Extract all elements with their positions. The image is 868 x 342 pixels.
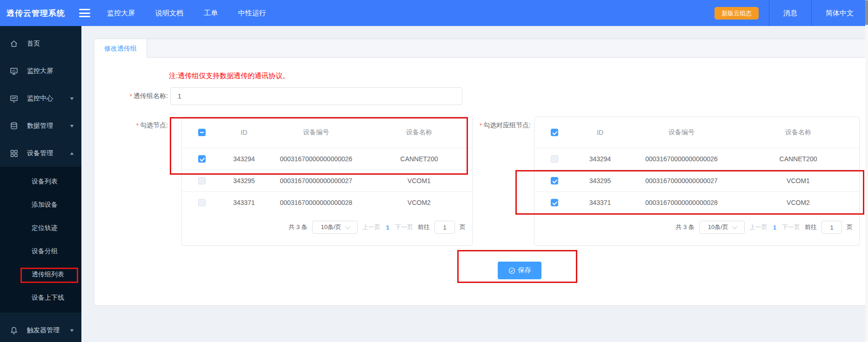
sidebar-item-device-manage[interactable]: 设备管理 ▲	[0, 139, 81, 167]
content-card: 修改透传组 注:透传组仅支持数据透传的通讯协议。 * 透传组名称: * 勾选节点…	[94, 39, 866, 306]
cell-id: 343371	[574, 199, 626, 206]
sidebar-item-trigger-manage[interactable]: 触发器管理 ▼	[0, 316, 81, 342]
nav-docs[interactable]: 说明文档	[155, 9, 183, 18]
chevron-down-icon: ▼	[69, 96, 74, 101]
cell-name: VCOM2	[737, 199, 859, 206]
table-row: 343295 00031670000000000027 VCOM1	[182, 170, 472, 191]
row-checkbox[interactable]	[551, 199, 558, 206]
scrollbar[interactable]	[865, 0, 868, 342]
pagination-total: 共 3 条	[288, 223, 307, 231]
menu-collapse-icon[interactable]	[79, 9, 90, 17]
sidebar-item-label: 首页	[27, 39, 40, 48]
table-header-row: ID 设备编号 设备名称	[182, 117, 472, 148]
cell-code: 00031670000000000028	[266, 199, 366, 206]
database-icon	[9, 121, 18, 130]
nav-neutral-run[interactable]: 中性运行	[238, 9, 266, 18]
pagination: 共 3 条 10条/页 上一页 1 下一页 前往 页	[182, 221, 472, 234]
col-header-code: 设备编号	[266, 128, 366, 137]
col-header-id: ID	[222, 129, 266, 136]
sidebar-item-label: 设备管理	[27, 149, 53, 158]
row-checkbox[interactable]	[551, 155, 558, 163]
sidebar-item-monitor-screen[interactable]: 监控大屏	[0, 57, 81, 85]
sidebar-subitem-add-device[interactable]: 添加设备	[0, 193, 81, 216]
top-navigation: 监控大屏 说明文档 工单 中性运行	[107, 9, 266, 18]
select-nodes-label: * 勾选节点:	[94, 121, 168, 130]
cell-name: CANNET200	[366, 155, 472, 163]
new-version-scada-button[interactable]: 新版云组态	[714, 7, 759, 20]
select-all-checkbox[interactable]	[198, 129, 206, 136]
page-number[interactable]: 1	[772, 224, 777, 231]
chevron-down-icon: ▼	[69, 124, 74, 128]
language-switcher[interactable]: 简体中文	[811, 0, 868, 26]
cell-id: 343295	[222, 177, 266, 184]
row-checkbox[interactable]	[198, 177, 206, 184]
required-mark: *	[130, 92, 132, 100]
sidebar-subitem-device-group[interactable]: 设备分组	[0, 239, 81, 263]
goto-unit: 页	[460, 223, 466, 231]
sidebar-item-label: 监控大屏	[27, 67, 53, 75]
nodes-table: ID 设备编号 设备名称 343294 00031670000000000026…	[181, 117, 473, 246]
monitor-icon	[9, 66, 18, 75]
main-content: 修改透传组 注:透传组仅支持数据透传的通讯协议。 * 透传组名称: * 勾选节点…	[81, 26, 868, 342]
sidebar-item-label: 触发器管理	[27, 326, 60, 335]
sidebar-subitem-device-online-offline[interactable]: 设备上下线	[0, 286, 81, 309]
cell-name: VCOM1	[737, 177, 859, 184]
next-page-button[interactable]: 下一页	[395, 223, 413, 231]
goto-unit: 页	[847, 223, 853, 231]
topbar-right: 新版云组态 消息 简体中文	[714, 0, 868, 26]
goto-label: 前往	[418, 223, 430, 231]
select-all-checkbox[interactable]	[551, 129, 558, 136]
cell-id: 343371	[222, 199, 266, 206]
nav-monitor-screen[interactable]: 监控大屏	[107, 9, 135, 18]
table-row: 343295 00031670000000000027 VCOM1	[534, 170, 859, 191]
cell-name: VCOM2	[366, 199, 472, 206]
bell-icon	[9, 326, 18, 335]
row-checkbox[interactable]	[198, 155, 206, 163]
required-mark: *	[136, 122, 139, 129]
messages-button[interactable]: 消息	[769, 0, 811, 26]
page-size-select[interactable]: 10条/页	[699, 221, 745, 234]
pagination-total: 共 3 条	[675, 223, 694, 231]
prev-page-button[interactable]: 上一页	[749, 223, 768, 231]
next-page-button[interactable]: 下一页	[782, 223, 800, 231]
select-group-nodes-label: * 勾选对应组节点:	[461, 121, 531, 130]
sidebar: 首页 监控大屏 监控中心 ▼ 数据管理 ▼ 设备管理 ▲ 设备列表 添加设备 定…	[0, 26, 81, 342]
grid-icon	[9, 149, 18, 158]
sidebar-item-monitor-center[interactable]: 监控中心 ▼	[0, 85, 81, 112]
row-checkbox[interactable]	[551, 177, 558, 184]
row-checkbox[interactable]	[198, 199, 206, 206]
chevron-up-icon: ▲	[69, 151, 74, 156]
page-number[interactable]: 1	[385, 224, 390, 231]
cell-id: 343294	[574, 155, 626, 163]
pagination: 共 3 条 10条/页 上一页 1 下一页 前往 页	[534, 221, 859, 234]
sidebar-item-data-manage[interactable]: 数据管理 ▼	[0, 112, 81, 139]
goto-page-input[interactable]	[434, 221, 455, 234]
save-button[interactable]: 保存	[498, 262, 541, 279]
group-nodes-table: ID 设备编号 设备名称 343294 00031670000000000026…	[534, 117, 860, 246]
topbar: 透传云管理系统 监控大屏 说明文档 工单 中性运行 新版云组态 消息 简体中文	[0, 0, 868, 26]
cell-name: CANNET200	[737, 155, 859, 163]
tab-bar: 修改透传组	[94, 39, 866, 58]
home-icon	[9, 39, 18, 48]
col-header-name: 设备名称	[737, 128, 859, 137]
chevron-down-icon: ▼	[69, 328, 74, 333]
table-row: 343371 00031670000000000028 VCOM2	[534, 191, 859, 213]
cell-code: 00031670000000000028	[626, 199, 737, 206]
col-header-name: 设备名称	[366, 128, 472, 137]
scrollbar-thumb[interactable]	[865, 0, 868, 25]
app-title: 透传云管理系统	[0, 8, 65, 19]
cell-code: 00031670000000000027	[626, 177, 737, 184]
sidebar-item-home[interactable]: 首页	[0, 30, 81, 57]
prev-page-button[interactable]: 上一页	[362, 223, 381, 231]
sidebar-subitem-device-list[interactable]: 设备列表	[0, 170, 81, 193]
sidebar-subitem-passthrough-group-list[interactable]: 透传组列表	[0, 263, 81, 286]
group-name-input[interactable]	[170, 87, 462, 105]
nav-work-order[interactable]: 工单	[204, 9, 218, 18]
table-header-row: ID 设备编号 设备名称	[534, 117, 859, 148]
goto-page-input[interactable]	[821, 221, 842, 234]
circle-check-icon	[508, 267, 515, 274]
page-size-select[interactable]: 10条/页	[312, 221, 358, 234]
cell-id: 343295	[574, 177, 626, 184]
tab-modify-passthrough-group[interactable]: 修改透传组	[94, 39, 147, 58]
sidebar-subitem-locate-track[interactable]: 定位轨迹	[0, 216, 81, 239]
